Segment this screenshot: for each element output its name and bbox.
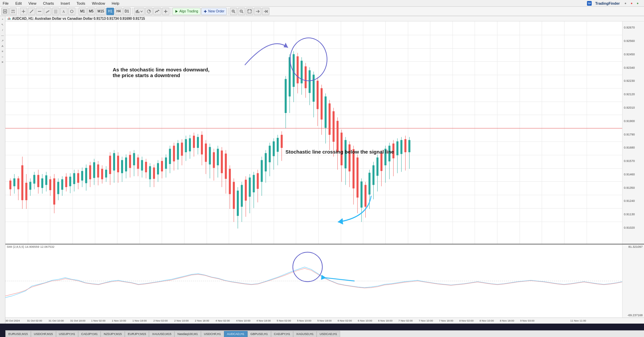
svg-rect-182	[273, 142, 275, 156]
svg-rect-56	[21, 165, 23, 200]
sidebar-crosshair[interactable]: +	[0, 17, 5, 21]
svg-rect-70	[49, 179, 51, 190]
sidebar-fib[interactable]: ≡	[0, 49, 5, 54]
tf-h4[interactable]: H4	[115, 8, 122, 15]
tf-m15[interactable]: M15	[96, 8, 106, 15]
tab-xagusd-h1[interactable]: XAGUSD,H1	[293, 331, 317, 337]
tf-h1[interactable]: H1	[106, 8, 114, 15]
svg-rect-106	[121, 160, 123, 173]
algo-trading-btn[interactable]: Algo Trading	[172, 8, 201, 15]
svg-text:7 Nov 10:00: 7 Nov 10:00	[419, 320, 433, 323]
new-chart-btn[interactable]	[1, 8, 9, 15]
svg-text:4 Nov 18:00: 4 Nov 18:00	[256, 320, 271, 323]
svg-rect-104	[117, 156, 119, 172]
svg-text:1 Nov 18:00: 1 Nov 18:00	[132, 320, 147, 323]
sidebar-delete[interactable]: ✕	[0, 60, 5, 64]
templates-btn[interactable]	[9, 8, 17, 15]
menu-item-file[interactable]: File	[1, 1, 10, 5]
crosshair-btn[interactable]	[20, 8, 27, 15]
hline-btn[interactable]	[36, 8, 43, 15]
sidebar-ellipse[interactable]: ○	[0, 54, 5, 59]
tab-xauusd-m15[interactable]: XAUUSD,M15	[149, 331, 174, 337]
tab-usdjpy-h1[interactable]: USDJPY,H1	[56, 331, 78, 337]
indicator-list-btn[interactable]	[153, 8, 161, 15]
svg-point-19	[70, 10, 73, 13]
tab-eurusd-m15[interactable]: EURUSD,M15	[5, 331, 31, 337]
tab-nasdaq-m1[interactable]: Nasdaq100,M1	[174, 331, 201, 337]
new-order-btn[interactable]: New Order	[201, 8, 227, 15]
menu-item-help[interactable]: Help	[110, 1, 121, 5]
sidebar-hline[interactable]: —	[0, 33, 5, 38]
svg-rect-186	[281, 135, 283, 148]
price-label: 0.91790	[624, 133, 635, 136]
menu-item-tools[interactable]: Tools	[75, 1, 87, 5]
fit-chart-btn[interactable]	[246, 8, 253, 15]
tf-m1[interactable]: M1	[78, 8, 87, 15]
tf-d1[interactable]: D1	[123, 8, 131, 15]
tab-eurjpy-m15[interactable]: EURJPY,M15	[125, 331, 149, 337]
svg-rect-242	[392, 144, 394, 158]
chart-container: AUDCAD, H1: Australian Dollar vs Canadia…	[5, 16, 644, 324]
svg-rect-140	[189, 138, 191, 151]
menu-item-window[interactable]: Window	[91, 1, 106, 5]
svg-rect-24	[139, 11, 139, 13]
menu-item-view[interactable]: View	[27, 1, 38, 5]
tab-cadjpy-m1[interactable]: CADJPY,M1	[78, 331, 101, 337]
scroll-right-btn[interactable]	[254, 8, 261, 15]
sidebar-text[interactable]: A	[0, 44, 5, 48]
price-label: 0.91570	[624, 159, 635, 163]
bottom-tabs: EURUSD,M15 USDCHF,M15 USDJPY,H1 CADJPY,M…	[5, 330, 644, 337]
svg-rect-54	[17, 178, 19, 189]
price-label: 0.91900	[624, 119, 635, 123]
color-scheme-btn[interactable]	[145, 8, 153, 15]
chart-type-dropdown[interactable]	[134, 8, 145, 15]
tab-usdchf-m15[interactable]: USDCHF,M15	[31, 331, 56, 337]
svg-rect-198	[305, 66, 307, 88]
tab-usdchf-h1[interactable]: USDCHF,H1	[201, 331, 224, 337]
line-tool-btn[interactable]	[28, 8, 35, 15]
svg-rect-80	[69, 177, 71, 186]
svg-rect-208	[325, 97, 327, 128]
main-chart[interactable]: 0.31715	[5, 21, 644, 244]
tab-nzdjpy-m15[interactable]: NZDJPY,M15	[101, 331, 125, 337]
svg-text:5 Nov 18:00: 5 Nov 18:00	[317, 320, 332, 323]
svg-rect-206	[321, 88, 323, 120]
tf-m5[interactable]: M5	[87, 8, 95, 15]
svg-rect-200	[309, 70, 311, 93]
svg-rect-196	[301, 61, 303, 83]
channel-btn[interactable]	[44, 8, 51, 15]
text-btn[interactable]: A	[60, 8, 67, 15]
menu-item-charts[interactable]: Charts	[42, 1, 55, 5]
indicator-add-btn[interactable]	[162, 8, 169, 15]
tab-cadjpy-h1[interactable]: CADJPY,H1	[271, 331, 293, 337]
tab-gbpusd-h1[interactable]: GBPUSD,H1	[248, 331, 271, 337]
tab-usdcad-h1[interactable]: USDCAD,H1	[317, 331, 340, 337]
sidebar-line[interactable]: /	[0, 27, 5, 32]
svg-text:11 Nov 11:00: 11 Nov 11:00	[570, 320, 586, 323]
svg-rect-236	[380, 154, 382, 171]
svg-text:7 Nov 18:00: 7 Nov 18:00	[439, 320, 453, 323]
svg-text:31 Oct 02:00: 31 Oct 02:00	[27, 320, 42, 323]
sidebar-arrow[interactable]: ↖	[0, 22, 5, 27]
svg-rect-228	[365, 185, 367, 207]
zoom-in-btn[interactable]	[230, 8, 237, 15]
menu-item-insert[interactable]: Insert	[59, 1, 71, 5]
svg-rect-240	[388, 146, 390, 162]
svg-rect-142	[193, 136, 195, 148]
price-label: 0.91130	[624, 213, 635, 216]
zoom-out-btn[interactable]	[238, 8, 245, 15]
fib-btn[interactable]	[52, 8, 59, 15]
price-label: 0.92120	[624, 93, 635, 96]
menu-item-edit[interactable]: Edit	[14, 1, 23, 5]
svg-rect-220	[348, 145, 351, 172]
svg-rect-118	[145, 162, 147, 172]
svg-text:6 Nov 02:00: 6 Nov 02:00	[337, 320, 352, 323]
shapes-btn[interactable]	[68, 8, 75, 15]
scroll-end-btn[interactable]	[262, 8, 269, 15]
sidebar-trend[interactable]: ↗	[0, 38, 5, 43]
tab-audcad-h1[interactable]: AUDCAD,H1	[224, 331, 248, 337]
svg-text:1 Nov 10:00: 1 Nov 10:00	[112, 320, 126, 323]
svg-rect-22	[137, 10, 138, 13]
svg-rect-92	[93, 162, 95, 178]
svg-rect-248	[405, 139, 407, 152]
